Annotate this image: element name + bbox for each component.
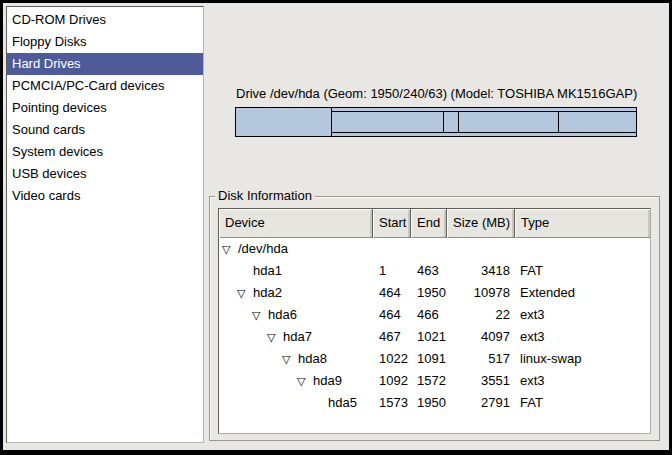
end-cell: 1950 <box>411 282 447 304</box>
end-cell: 1572 <box>411 370 447 392</box>
table-row-hda5[interactable]: hda5157319502791FAT <box>219 392 650 414</box>
device-name: hda5 <box>328 395 357 410</box>
partition-segment-hda5 <box>559 112 636 132</box>
type-cell: ext3 <box>515 370 650 392</box>
table-row-hda1[interactable]: hda114633418FAT <box>219 260 650 282</box>
type-cell: linux-swap <box>515 348 650 370</box>
start-cell: 1092 <box>373 370 411 392</box>
sidebar-item-cd-rom-drives[interactable]: CD-ROM Drives <box>7 9 203 31</box>
expander-icon[interactable]: ▽ <box>297 370 313 392</box>
end-cell: 1021 <box>411 326 447 348</box>
device-list: CD-ROM DrivesFloppy DisksHard DrivesPCMC… <box>6 6 204 443</box>
expander-icon[interactable]: ▽ <box>267 326 283 348</box>
sidebar-item-usb-devices[interactable]: USB devices <box>7 163 203 185</box>
end-cell: 1091 <box>411 348 447 370</box>
size-cell: 2791 <box>447 392 515 414</box>
end-cell: 466 <box>411 304 447 326</box>
type-cell: FAT <box>515 260 650 282</box>
type-cell: ext3 <box>515 326 650 348</box>
drive-title: Drive /dev/hda (Geom: 1950/240/63) (Mode… <box>236 86 646 102</box>
table-row-hda6[interactable]: ▽hda646446622ext3 <box>219 304 650 326</box>
partition-bar <box>235 107 637 137</box>
start-cell <box>373 238 411 260</box>
sidebar-item-hard-drives[interactable]: Hard Drives <box>7 53 203 75</box>
end-cell: 463 <box>411 260 447 282</box>
size-cell: 517 <box>447 348 515 370</box>
sidebar-item-floppy-disks[interactable]: Floppy Disks <box>7 31 203 53</box>
partition-segment-hda9 <box>459 112 559 132</box>
table-body: ▽/dev/hdahda114633418FAT▽hda246419501097… <box>219 238 650 414</box>
table-row-hda8[interactable]: ▽hda810221091517linux-swap <box>219 348 650 370</box>
disk-information-frame: Disk Information DeviceStartEndSize (MB)… <box>209 196 660 441</box>
column-header-size-mb[interactable]: Size (MB) <box>447 209 515 238</box>
column-header-start[interactable]: Start <box>373 209 411 238</box>
type-cell: ext3 <box>515 304 650 326</box>
sidebar-item-system-devices[interactable]: System devices <box>7 141 203 163</box>
partition-segment-hda8 <box>444 112 458 132</box>
hardware-browser-window: CD-ROM DrivesFloppy DisksHard DrivesPCMC… <box>0 0 672 455</box>
device-name: hda6 <box>268 307 297 322</box>
end-cell: 1950 <box>411 392 447 414</box>
start-cell: 1573 <box>373 392 411 414</box>
sidebar-item-video-cards[interactable]: Video cards <box>7 185 203 207</box>
start-cell: 1022 <box>373 348 411 370</box>
partition-segment-hda2-extended <box>332 108 636 136</box>
column-header-end[interactable]: End <box>411 209 447 238</box>
size-cell: 3418 <box>447 260 515 282</box>
size-cell: 10978 <box>447 282 515 304</box>
expander-icon[interactable]: ▽ <box>252 304 268 326</box>
table-row-hda9[interactable]: ▽hda9109215723551ext3 <box>219 370 650 392</box>
partition-segment-hda1 <box>236 108 332 136</box>
expander-icon[interactable]: ▽ <box>282 348 298 370</box>
table-row-hda7[interactable]: ▽hda746710214097ext3 <box>219 326 650 348</box>
device-name: hda9 <box>313 373 342 388</box>
device-name: hda1 <box>253 263 282 278</box>
table-row-hda2[interactable]: ▽hda2464195010978Extended <box>219 282 650 304</box>
end-cell <box>411 238 447 260</box>
expander-icon[interactable]: ▽ <box>237 282 253 304</box>
device-name: hda2 <box>253 285 282 300</box>
column-header-type[interactable]: Type <box>515 209 650 238</box>
type-cell <box>515 238 650 260</box>
type-cell: FAT <box>515 392 650 414</box>
size-cell: 4097 <box>447 326 515 348</box>
device-name: hda7 <box>283 329 312 344</box>
size-cell: 22 <box>447 304 515 326</box>
start-cell: 467 <box>373 326 411 348</box>
expander-icon[interactable]: ▽ <box>222 238 238 260</box>
type-cell: Extended <box>515 282 650 304</box>
column-header-device[interactable]: Device <box>219 209 373 238</box>
sidebar-item-pcmcia-pc-card-devices[interactable]: PCMCIA/PC-Card devices <box>7 75 203 97</box>
start-cell: 464 <box>373 282 411 304</box>
device-name: hda8 <box>298 351 327 366</box>
disk-information-label: Disk Information <box>215 188 315 204</box>
size-cell <box>447 238 515 260</box>
device-name: /dev/hda <box>238 241 288 256</box>
sidebar-item-sound-cards[interactable]: Sound cards <box>7 119 203 141</box>
size-cell: 3551 <box>447 370 515 392</box>
table-row-dev-hda[interactable]: ▽/dev/hda <box>219 238 650 260</box>
partition-segment-hda7 <box>332 112 445 132</box>
start-cell: 464 <box>373 304 411 326</box>
start-cell: 1 <box>373 260 411 282</box>
table-header-row: DeviceStartEndSize (MB)Type <box>219 209 650 238</box>
disk-table: DeviceStartEndSize (MB)Type ▽/dev/hdahda… <box>218 208 651 434</box>
sidebar-item-pointing-devices[interactable]: Pointing devices <box>7 97 203 119</box>
